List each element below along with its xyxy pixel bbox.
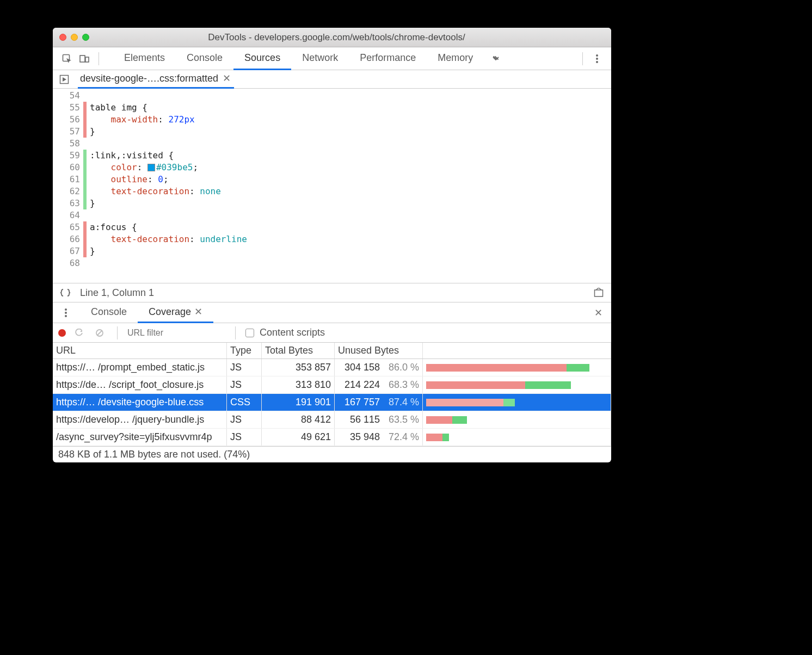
file-tab-label: devsite-google-….css:formatted xyxy=(80,73,218,84)
close-drawer-icon[interactable]: ✕ xyxy=(590,307,606,319)
record-button[interactable] xyxy=(58,329,66,337)
col-unused[interactable]: Unused Bytes xyxy=(335,343,423,359)
drawer-tab-console[interactable]: Console xyxy=(80,302,138,323)
svg-rect-2 xyxy=(85,57,89,62)
tab-console[interactable]: Console xyxy=(176,47,233,70)
drawer-tab-coverage[interactable]: Coverage ✕ xyxy=(138,302,213,323)
titlebar: DevTools - developers.google.com/web/too… xyxy=(53,28,611,47)
cursor-position: Line 1, Column 1 xyxy=(80,287,154,299)
tab-sources[interactable]: Sources xyxy=(233,47,291,70)
tab-elements[interactable]: Elements xyxy=(113,47,176,70)
tab-network[interactable]: Network xyxy=(291,47,349,70)
drawer-tablist: ConsoleCoverage ✕ xyxy=(80,302,213,323)
svg-rect-1 xyxy=(80,55,85,62)
devtools-window: DevTools - developers.google.com/web/too… xyxy=(53,28,611,462)
window-traffic-lights xyxy=(59,34,89,41)
toolbar-divider xyxy=(117,326,118,339)
table-row[interactable]: https://de… /script_foot_closure.jsJS313… xyxy=(53,376,611,394)
code-content: table img { max-width: 272px}:link,:visi… xyxy=(87,89,247,283)
close-icon[interactable]: ✕ xyxy=(223,72,231,84)
inspect-element-icon[interactable] xyxy=(59,51,75,66)
clear-icon[interactable] xyxy=(92,325,107,341)
svg-point-9 xyxy=(65,312,67,314)
window-title: DevTools - developers.google.com/web/too… xyxy=(96,32,577,43)
content-scripts-label: Content scripts xyxy=(260,327,325,338)
toolbar-divider xyxy=(235,326,236,339)
table-row[interactable]: https://develop… /jquery-bundle.jsJS88 4… xyxy=(53,411,611,429)
device-toolbar-icon[interactable] xyxy=(77,51,92,66)
zoom-window-button[interactable] xyxy=(82,34,89,41)
close-icon[interactable]: ✕ xyxy=(194,306,202,318)
pretty-print-icon[interactable] xyxy=(58,286,72,300)
coverage-body: https://… /prompt_embed_static.jsJS353 8… xyxy=(53,359,611,446)
svg-point-4 xyxy=(596,58,598,60)
svg-point-3 xyxy=(596,54,598,57)
close-window-button[interactable] xyxy=(59,34,66,41)
toolbar-divider xyxy=(582,52,583,65)
coverage-summary: 848 KB of 1.1 MB bytes are not used. (74… xyxy=(53,446,611,462)
svg-rect-7 xyxy=(595,290,603,296)
more-tabs-chevron-icon[interactable] xyxy=(488,51,503,66)
main-tabs: ElementsConsoleSourcesNetworkPerformance… xyxy=(113,47,484,70)
coverage-table: URL Type Total Bytes Unused Bytes https:… xyxy=(53,343,611,446)
sources-file-tabbar: devsite-google-….css:formatted ✕ xyxy=(53,70,611,89)
line-number-gutter: 545556575859606162636465666768 xyxy=(53,89,83,283)
coverage-header-row: URL Type Total Bytes Unused Bytes xyxy=(53,343,611,359)
reload-icon[interactable] xyxy=(71,325,87,341)
minimize-window-button[interactable] xyxy=(71,34,78,41)
content-scripts-checkbox[interactable] xyxy=(245,329,254,337)
tab-memory[interactable]: Memory xyxy=(427,47,484,70)
col-visualization xyxy=(423,343,611,359)
table-row[interactable]: https://… /devsite-google-blue.cssCSS191… xyxy=(53,394,611,411)
file-tab[interactable]: devsite-google-….css:formatted ✕ xyxy=(78,70,234,89)
tab-performance[interactable]: Performance xyxy=(349,47,427,70)
code-editor[interactable]: 545556575859606162636465666768 table img… xyxy=(53,89,611,283)
col-type[interactable]: Type xyxy=(227,343,262,359)
drawer-tabs: ConsoleCoverage ✕ ✕ xyxy=(53,302,611,323)
svg-point-5 xyxy=(596,61,598,63)
settings-kebab-icon[interactable] xyxy=(589,51,605,66)
table-row[interactable]: https://… /prompt_embed_static.jsJS353 8… xyxy=(53,359,611,376)
svg-point-10 xyxy=(65,315,67,317)
main-toolbar: ElementsConsoleSourcesNetworkPerformance… xyxy=(53,47,611,70)
drawer-kebab-icon[interactable] xyxy=(58,305,73,320)
editor-status-bar: Line 1, Column 1 xyxy=(53,283,611,302)
col-url[interactable]: URL xyxy=(53,343,227,359)
url-filter-input[interactable] xyxy=(127,328,225,338)
toolbar-divider xyxy=(99,52,99,65)
table-row[interactable]: /async_survey?site=ylj5ifxusvvmr4pJS49 6… xyxy=(53,429,611,446)
show-visualization-icon[interactable] xyxy=(592,286,606,300)
run-snippet-icon[interactable] xyxy=(57,72,71,86)
col-total[interactable]: Total Bytes xyxy=(262,343,335,359)
coverage-toolbar: Content scripts xyxy=(53,323,611,343)
svg-point-8 xyxy=(65,308,67,311)
coverage-summary-text: 848 KB of 1.1 MB bytes are not used. (74… xyxy=(58,449,250,460)
